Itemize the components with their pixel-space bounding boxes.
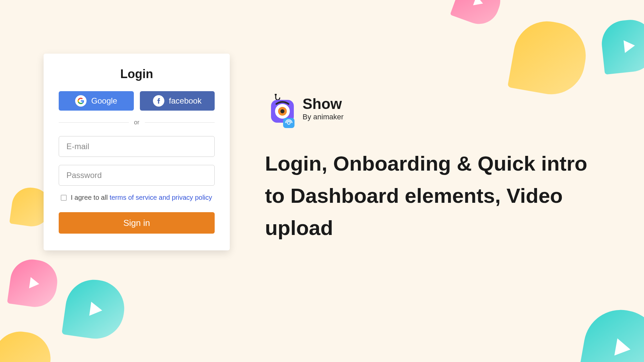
divider-line xyxy=(59,122,129,123)
social-login-row: Google facebook xyxy=(59,91,215,111)
decor-leaf-teal-left xyxy=(62,276,128,343)
login-card: Login Google facebook or xyxy=(44,54,230,250)
divider-text: or xyxy=(134,119,140,126)
google-icon xyxy=(75,95,87,107)
brand-subtitle: By animaker xyxy=(303,113,343,121)
svg-point-0 xyxy=(275,94,277,96)
decor-leaf-yellow-top xyxy=(507,16,591,100)
divider-line xyxy=(145,122,215,123)
brand-logo-icon xyxy=(265,94,295,124)
play-icon xyxy=(29,277,40,290)
signin-button[interactable]: Sign in xyxy=(59,212,215,234)
play-icon xyxy=(624,39,636,53)
terms-link[interactable]: terms of service and privacy policy xyxy=(110,194,212,201)
agree-text: I agree to all terms of service and priv… xyxy=(71,194,212,201)
brand-text: Show By animaker xyxy=(303,97,343,121)
agree-row: I agree to all terms of service and priv… xyxy=(59,194,215,201)
decor-leaf-teal-bottom xyxy=(578,304,644,362)
decor-leaf-pink-top xyxy=(450,0,506,29)
password-field[interactable] xyxy=(59,165,215,186)
svg-point-4 xyxy=(280,109,284,113)
decor-leaf-teal-top xyxy=(599,17,644,74)
google-label: Google xyxy=(91,96,117,106)
play-icon xyxy=(614,338,632,358)
facebook-login-button[interactable]: facebook xyxy=(140,91,215,111)
email-field[interactable] xyxy=(59,136,215,157)
play-icon xyxy=(473,0,485,8)
decor-leaf-pink-bottom xyxy=(7,257,60,310)
login-title: Login xyxy=(59,67,215,81)
agree-checkbox[interactable] xyxy=(61,195,67,201)
brand-block: Show By animaker xyxy=(265,94,343,124)
agree-prefix: I agree to all xyxy=(71,194,110,201)
page-headline: Login, Onboarding & Quick intro to Dashb… xyxy=(265,147,600,244)
social-divider: or xyxy=(59,119,215,126)
play-icon xyxy=(89,302,103,317)
decor-leaf-yellow-bottom xyxy=(0,328,54,362)
facebook-label: facebook xyxy=(169,96,202,106)
facebook-icon xyxy=(153,95,164,107)
google-login-button[interactable]: Google xyxy=(59,91,134,111)
brand-name: Show xyxy=(303,97,343,111)
